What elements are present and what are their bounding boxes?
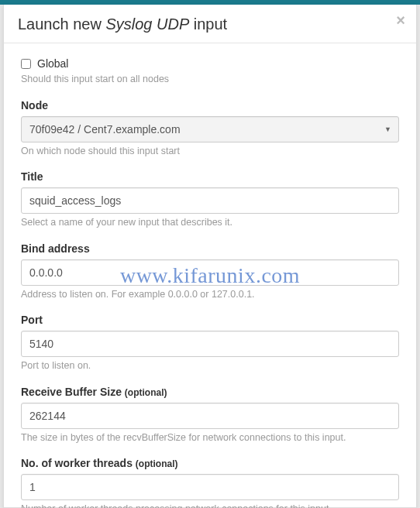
field-port: Port Port to listen on. — [21, 314, 399, 373]
title-prefix: Launch new — [18, 15, 105, 33]
port-input[interactable] — [21, 331, 399, 357]
node-help: On which node should this input start — [21, 145, 399, 159]
modal-dialog: Launch new Syslog UDP input × Global Sho… — [3, 5, 417, 508]
title-label: Title — [21, 170, 399, 183]
modal-header: Launch new Syslog UDP input × — [4, 5, 416, 43]
worker-threads-label: No. of worker threads (optional) — [21, 457, 399, 469]
field-node: Node 70f09e42 / Cent7.example.com On whi… — [21, 99, 399, 159]
modal-body: Global Should this input start on all no… — [4, 43, 416, 508]
field-bind-address: Bind address Address to listen on. For e… — [21, 242, 399, 302]
worker-threads-input[interactable] — [21, 474, 399, 500]
port-label: Port — [21, 314, 399, 326]
bind-address-label: Bind address — [21, 242, 399, 255]
global-help: Should this input start on all nodes — [21, 73, 399, 87]
bind-address-input[interactable] — [21, 259, 399, 286]
port-help: Port to listen on. — [21, 359, 399, 373]
recv-buffer-optional: (optional) — [125, 387, 167, 398]
title-help: Select a name of your new input that des… — [21, 216, 399, 230]
node-select[interactable]: 70f09e42 / Cent7.example.com — [21, 116, 399, 142]
title-suffix: input — [189, 15, 227, 33]
recv-buffer-help: The size in bytes of the recvBufferSize … — [21, 431, 399, 445]
title-input[interactable] — [21, 187, 399, 214]
recv-buffer-input[interactable] — [21, 403, 399, 429]
worker-threads-help: Number of worker threads processing netw… — [21, 503, 399, 508]
field-title: Title Select a name of your new input th… — [21, 170, 399, 230]
close-icon[interactable]: × — [396, 12, 405, 28]
global-label: Global — [37, 57, 68, 70]
title-em: Syslog UDP — [105, 15, 189, 33]
modal-title: Launch new Syslog UDP input — [18, 15, 402, 33]
bind-address-help: Address to listen on. For example 0.0.0.… — [21, 288, 399, 302]
recv-buffer-label-text: Receive Buffer Size — [21, 386, 122, 398]
recv-buffer-label: Receive Buffer Size (optional) — [21, 386, 399, 398]
field-recv-buffer: Receive Buffer Size (optional) The size … — [21, 386, 399, 445]
node-label: Node — [21, 99, 399, 112]
global-checkbox[interactable] — [21, 59, 31, 69]
field-worker-threads: No. of worker threads (optional) Number … — [21, 457, 399, 508]
field-global: Global Should this input start on all no… — [21, 57, 399, 87]
global-checkbox-row: Global — [21, 57, 399, 70]
worker-threads-label-text: No. of worker threads — [21, 457, 133, 469]
worker-threads-optional: (optional) — [136, 458, 178, 469]
node-select-wrapper: 70f09e42 / Cent7.example.com — [21, 116, 399, 142]
